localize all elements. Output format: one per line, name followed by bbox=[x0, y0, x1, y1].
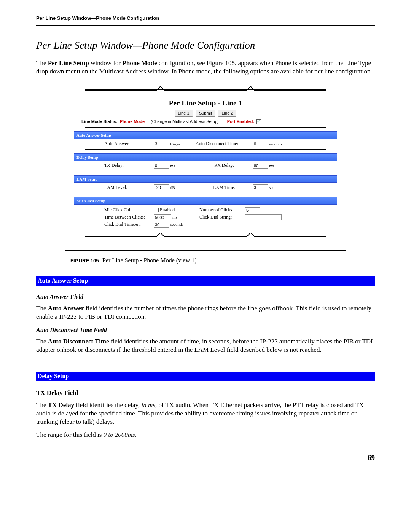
divider bbox=[85, 171, 326, 171]
lam-time-unit: sec bbox=[269, 185, 274, 190]
header-rule-2 bbox=[36, 25, 375, 26]
mic-click-call-checkbox[interactable] bbox=[154, 208, 159, 212]
auto-answer-input[interactable] bbox=[154, 141, 169, 147]
panel-title: Per Line Setup - Line 1 bbox=[169, 99, 242, 107]
rx-delay-input[interactable] bbox=[253, 163, 268, 169]
tx-delay-label: TX Delay: bbox=[104, 163, 154, 169]
figure-105: Per Line Setup - Line 1 Line 1 Submit Li… bbox=[65, 86, 346, 251]
lam-time-label: LAM Time: bbox=[196, 185, 253, 191]
auto-disconnect-time-unit: seconds bbox=[269, 141, 282, 147]
per-line-setup-panel: Per Line Setup - Line 1 Line 1 Submit Li… bbox=[68, 89, 342, 249]
auto-disconnect-time-input[interactable] bbox=[253, 141, 268, 147]
port-enabled-label: Port Enabled: bbox=[227, 119, 255, 124]
auto-answer-setup-heading: Auto Answer Setup bbox=[36, 276, 375, 286]
tx-delay-field-heading: TX Delay Field bbox=[36, 389, 375, 397]
auto-answer-field-heading: Auto Answer Field bbox=[36, 293, 375, 301]
mic-click-call-label: Mic Click Call: bbox=[104, 207, 154, 213]
time-between-clicks-label: Time Between Clicks: bbox=[104, 214, 154, 220]
torn-edge-top bbox=[85, 89, 326, 97]
click-dial-string-label: Click Dial String: bbox=[199, 214, 245, 220]
click-dial-string-input[interactable] bbox=[245, 214, 282, 220]
line-mode-status-note: (Change in Multicast Address Setup) bbox=[151, 119, 219, 124]
page-number: 69 bbox=[36, 453, 375, 463]
lam-level-unit: dB bbox=[170, 185, 175, 190]
delay-row: TX Delay: ms RX Delay: ms bbox=[74, 161, 337, 170]
line-mode-status-value: Phone Mode bbox=[120, 119, 145, 124]
running-head: Per Line Setup Window—Phone Mode Configu… bbox=[36, 15, 375, 22]
mic-click-block: Mic Click Call: Enabled Number of Clicks… bbox=[74, 205, 337, 230]
header-rule-1 bbox=[36, 24, 375, 24]
tx-delay-paragraph: The TX Delay field identifies the delay,… bbox=[36, 401, 375, 426]
auto-answer-field-paragraph: The Auto Answer field identifies the num… bbox=[36, 304, 375, 321]
time-between-clicks-input[interactable] bbox=[154, 214, 171, 220]
auto-answer-setup-bar: Auto Answer Setup bbox=[74, 131, 337, 139]
time-between-clicks-unit: ms bbox=[172, 214, 177, 220]
mic-click-call-enabled-text: Enabled bbox=[160, 207, 175, 213]
section-rule bbox=[36, 37, 212, 37]
tx-delay-input[interactable] bbox=[154, 163, 169, 169]
lam-setup-bar: LAM Setup bbox=[74, 175, 337, 183]
divider bbox=[85, 193, 326, 193]
number-of-clicks-input[interactable] bbox=[245, 207, 260, 213]
tx-delay-unit: ms bbox=[170, 163, 175, 168]
lam-level-label: LAM Level: bbox=[104, 185, 154, 191]
divider bbox=[85, 127, 326, 128]
figure-label: FIGURE 105. bbox=[70, 258, 100, 264]
auto-disconnect-time-field-heading: Auto Disconnect Time Field bbox=[36, 326, 375, 334]
figure-caption: FIGURE 105. Per Line Setup - Phone Mode … bbox=[70, 255, 344, 267]
figure-caption-text: Per Line Setup - Phone Mode (view 1) bbox=[102, 257, 197, 265]
auto-disconnect-time-paragraph: The Auto Disconnect Time field identifie… bbox=[36, 337, 375, 354]
port-enabled-checkbox[interactable] bbox=[256, 119, 261, 124]
line-mode-status-label: Line Mode Status: bbox=[81, 119, 118, 124]
click-dial-timeout-input[interactable] bbox=[154, 222, 169, 228]
line2-button[interactable]: Line 2 bbox=[218, 110, 236, 117]
lam-level-input[interactable] bbox=[154, 184, 169, 190]
auto-answer-label: Auto Answer: bbox=[104, 141, 154, 147]
line-mode-status-row: Line Mode Status: Phone Mode (Change in … bbox=[74, 119, 337, 124]
delay-setup-bar: Delay Setup bbox=[74, 153, 337, 161]
rx-delay-label: RX Delay: bbox=[196, 163, 253, 169]
click-dial-timeout-label: Click Dial Timeout: bbox=[104, 222, 154, 228]
footer-rule bbox=[36, 451, 375, 451]
number-of-clicks-label: Number of Clicks: bbox=[199, 207, 245, 213]
rx-delay-unit: ms bbox=[269, 163, 274, 168]
divider bbox=[85, 149, 326, 150]
intro-paragraph: The Per Line Setup window for Phone Mode… bbox=[36, 59, 375, 76]
lam-time-input[interactable] bbox=[253, 184, 268, 190]
auto-answer-row: Auto Answer: Rings Auto Disconnect Time:… bbox=[74, 139, 337, 149]
mic-click-setup-bar: Mic Click Setup bbox=[74, 197, 337, 204]
torn-edge-bottom bbox=[85, 236, 326, 243]
line1-button[interactable]: Line 1 bbox=[175, 110, 193, 117]
auto-answer-unit: Rings bbox=[170, 141, 180, 147]
tx-delay-range-paragraph: The range for this field is 0 to 2000ms. bbox=[36, 431, 375, 439]
auto-disconnect-time-label: Auto Disconnect Time: bbox=[196, 141, 253, 147]
delay-setup-heading: Delay Setup bbox=[36, 372, 375, 381]
lam-row: LAM Level: dB LAM Time: sec bbox=[74, 183, 337, 192]
panel-heading: Per Line Setup - Line 1 Line 1 Submit Li… bbox=[74, 99, 337, 117]
submit-button[interactable]: Submit bbox=[196, 110, 215, 117]
click-dial-timeout-unit: seconds bbox=[170, 222, 183, 227]
page-title: Per Line Setup Window—Phone Mode Configu… bbox=[36, 39, 375, 52]
